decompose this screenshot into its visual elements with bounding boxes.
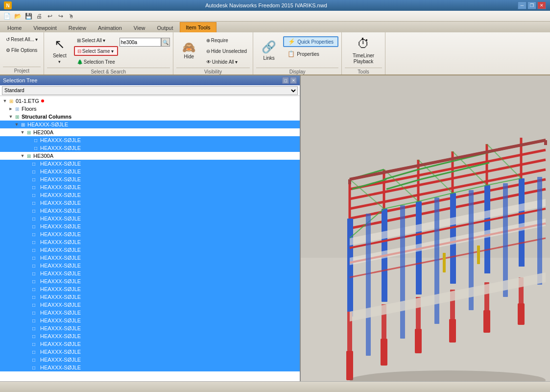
tree-item-heaxxx-300-22[interactable]: □ HEAXXX-SØJLE	[0, 324, 300, 332]
ribbon-section-select-search: ↖ Select ▾ ⊞ Select All ▾ ⊟ Select Same …	[44, 32, 173, 74]
timeliner-label: TimeLinerPlayback	[353, 53, 374, 65]
tree-item-heaxxx-300-25[interactable]: □ HEAXXX-SØJLE	[0, 348, 300, 356]
icon-10: □	[32, 239, 39, 245]
label-14: HEAXXX-SØJLE	[40, 270, 81, 276]
tree-item-heaxxx-300-23[interactable]: □ HEAXXX-SØJLE	[0, 332, 300, 340]
tree-item-heaxxx-300-3[interactable]: □ HEAXXX-SØJLE	[0, 175, 300, 183]
floors-expander[interactable]: ►	[8, 106, 14, 112]
open-button[interactable]: 📂	[13, 12, 23, 21]
tree-item-heaxxx-300-14[interactable]: □ HEAXXX-SØJLE	[0, 262, 300, 270]
struct-expander[interactable]: ▼	[8, 114, 14, 120]
panel-close-button[interactable]: ✕	[290, 77, 297, 84]
tree-item-heaxxx-300-21[interactable]: □ HEAXXX-SØJLE	[0, 317, 300, 324]
tree-item-heaxxx-300-4[interactable]: □ HEAXXX-SØJLE	[0, 183, 300, 191]
tree-item-heaxxx-300-5[interactable]: □ HEAXXX-SØJLE	[0, 191, 300, 199]
tab-animation[interactable]: Animation	[93, 23, 127, 32]
tree-item-he200a[interactable]: ▼ ⊞ HE200A	[0, 128, 300, 136]
require-button[interactable]: ⊕ Require	[203, 35, 250, 45]
tree-item-heaxxx-300-16[interactable]: □ HEAXXX-SØJLE	[0, 277, 300, 285]
root-label: 01-1.ETG	[16, 98, 39, 104]
he200a-expander[interactable]: ▼	[20, 129, 25, 135]
tree-item-he300a[interactable]: ▼ ⊞ HE300A	[0, 152, 300, 160]
tab-output[interactable]: Output	[152, 23, 179, 32]
links-button[interactable]: 🔗 Links	[256, 34, 282, 67]
root-expander[interactable]: ▼	[2, 98, 8, 104]
quick-properties-button[interactable]: ⚡ Quick Properties	[283, 36, 338, 47]
select-all-dropdown-icon: ▾	[103, 38, 105, 43]
select-all-button[interactable]: ⊞ Select All ▾	[74, 35, 118, 45]
properties-button[interactable]: 📋 Properties	[283, 49, 338, 59]
tab-item-tools[interactable]: Item Tools	[180, 22, 217, 32]
tree-item-heaxxx-300-8[interactable]: □ HEAXXX-SØJLE	[0, 215, 300, 222]
selection-tree-button[interactable]: 🌲 Selection Tree	[74, 57, 118, 67]
label-9: HEAXXX-SØJLE	[40, 231, 81, 237]
timeliner-playback-button[interactable]: ⏱ TimeLinerPlayback	[345, 34, 382, 67]
tree-item-heaxxx-300-15[interactable]: □ HEAXXX-SØJLE	[0, 270, 300, 277]
tab-view[interactable]: View	[128, 23, 151, 32]
heaxxx-group-icon: ⊞	[20, 121, 26, 128]
reset-all-button[interactable]: ↺ Reset All... ▾	[3, 34, 41, 44]
select-button[interactable]: ↖ Select ▾	[47, 34, 72, 67]
search-input[interactable]	[120, 38, 161, 47]
viewport[interactable]	[301, 75, 550, 381]
tree-item-heaxxx-300-11[interactable]: □ HEAXXX-SØJLE	[0, 238, 300, 246]
icon-22: □	[32, 333, 39, 340]
heaxxx-group-expander[interactable]: ▼	[14, 122, 20, 127]
save-button[interactable]: 💾	[24, 12, 33, 21]
panel-float-button[interactable]: ◻	[282, 77, 289, 84]
tree-item-heaxxx-300-24[interactable]: □ HEAXXX-SØJLE	[0, 340, 300, 348]
selection-tree-content[interactable]: ▼ ⊞ 01-1.ETG ► ⊞ Floors ▼ ⊞ Structural C…	[0, 96, 300, 381]
tree-item-structural-columns[interactable]: ▼ ⊞ Structural Columns	[0, 113, 300, 121]
undo-button[interactable]: ↩	[45, 12, 55, 21]
tree-item-heaxxx-300-2[interactable]: □ HEAXXX-SØJLE	[0, 168, 300, 175]
close-button[interactable]: ✕	[537, 1, 546, 9]
tree-item-heaxxx-200-2[interactable]: □ HEAXXX-SØJLE	[0, 144, 300, 152]
tree-item-heaxxx-300-13[interactable]: □ HEAXXX-SØJLE	[0, 254, 300, 262]
svg-rect-62	[366, 214, 371, 356]
icon-19: □	[32, 309, 39, 316]
select-same-button[interactable]: ⊟ Select Same ▾	[74, 46, 118, 56]
unhide-all-button[interactable]: 👁 Unhide All ▾	[203, 57, 250, 67]
selection-tree-titlebar: Selection Tree ◻ ✕	[0, 75, 300, 85]
tree-item-heaxxx-200-1[interactable]: □ HEAXXX-SØJLE	[0, 136, 300, 144]
file-options-button[interactable]: ⚙ File Options	[3, 45, 41, 55]
label-4: HEAXXX-SØJLE	[40, 192, 81, 198]
tab-review[interactable]: Review	[63, 23, 92, 32]
svg-rect-1	[301, 258, 550, 381]
redo-button[interactable]: ↪	[56, 12, 66, 21]
tree-item-heaxxx-300-26[interactable]: □ HEAXXX-SØJLE	[0, 356, 300, 364]
tree-item-heaxxx-300-27[interactable]: □ HEAXXX-SØJLE	[0, 364, 300, 371]
icon-3: □	[32, 184, 39, 191]
search-button[interactable]: 🔍	[161, 38, 170, 47]
title-text: Autodesk Navisworks Freedom 2015 IVARIKS…	[15, 2, 518, 8]
print-button[interactable]: 🖨	[34, 12, 44, 21]
tree-item-heaxxx-300-19[interactable]: □ HEAXXX-SØJLE	[0, 301, 300, 309]
tree-item-heaxxx-300-20[interactable]: □ HEAXXX-SØJLE	[0, 309, 300, 317]
tree-item-floors[interactable]: ► ⊞ Floors	[0, 105, 300, 113]
tree-item-heaxxx-300-18[interactable]: □ HEAXXX-SØJLE	[0, 293, 300, 301]
tree-item-heaxxx-300-10[interactable]: □ HEAXXX-SØJLE	[0, 230, 300, 238]
tab-viewpoint[interactable]: Viewpoint	[28, 23, 62, 32]
svg-rect-63	[400, 205, 405, 339]
restore-button[interactable]: ❐	[527, 1, 536, 9]
he300a-expander[interactable]: ▼	[20, 153, 25, 159]
hide-button[interactable]: 🙈 Hide	[176, 34, 202, 67]
minimize-button[interactable]: ─	[518, 1, 526, 9]
tree-item-heaxxx-300-9[interactable]: □ HEAXXX-SØJLE	[0, 222, 300, 230]
tab-home[interactable]: Home	[2, 23, 27, 32]
icon-8: □	[32, 223, 39, 230]
tree-item-heaxxx-300-17[interactable]: □ HEAXXX-SØJLE	[0, 285, 300, 293]
tree-item-heaxxx-300-6[interactable]: □ HEAXXX-SØJLE	[0, 199, 300, 207]
prop-icon: 📋	[287, 50, 295, 57]
select-same-dropdown-icon: ▾	[111, 49, 114, 54]
tree-item-heaxxx-300-12[interactable]: □ HEAXXX-SØJLE	[0, 246, 300, 254]
new-button[interactable]: 📄	[2, 12, 12, 21]
tree-item-root[interactable]: ▼ ⊞ 01-1.ETG	[0, 97, 300, 105]
tree-item-heaxxx-300-7[interactable]: □ HEAXXX-SØJLE	[0, 207, 300, 215]
tree-item-heaxxx-group[interactable]: ▼ ⊞ HEAXXX-SØJLE	[0, 121, 300, 128]
selection-tree-dropdown[interactable]: Standard Compact Properties Sets	[2, 86, 298, 95]
require-label: Require	[211, 38, 228, 43]
tree-item-heaxxx-300-1[interactable]: □ HEAXXX-SØJLE	[0, 160, 300, 168]
label-7: HEAXXX-SØJLE	[40, 216, 81, 221]
hide-unselected-button[interactable]: ⊖ Hide Unselected	[203, 46, 250, 56]
